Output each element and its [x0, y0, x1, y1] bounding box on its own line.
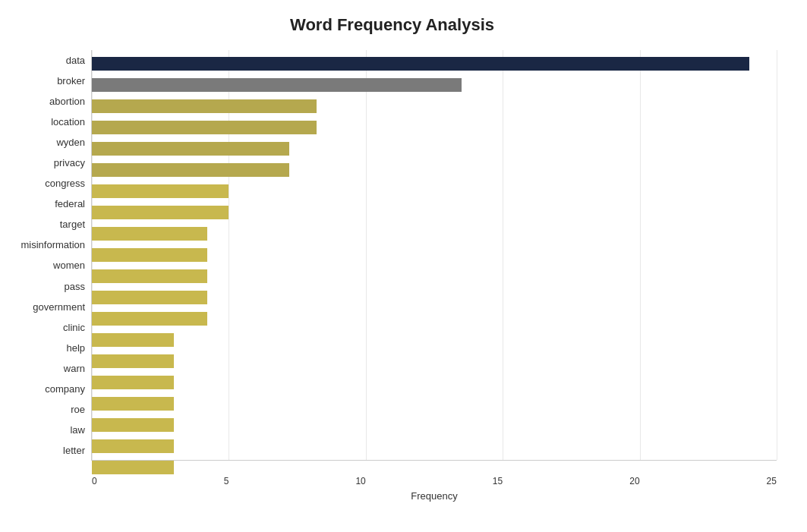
bar-row — [92, 159, 777, 181]
y-label-pass: pass — [65, 276, 85, 297]
y-label-roe: roe — [71, 399, 85, 420]
y-label-clinic: clinic — [63, 317, 85, 338]
bar-women — [92, 269, 207, 283]
bar-wyden — [92, 142, 289, 156]
bar-row — [92, 308, 777, 329]
bar-broker — [92, 78, 462, 92]
chart-area: databrokerabortionlocationwydenprivacyco… — [8, 50, 777, 461]
y-label-location: location — [51, 112, 85, 132]
grid-line — [777, 50, 777, 460]
bar-target — [92, 227, 207, 241]
y-label-federal: federal — [55, 194, 85, 214]
bar-row — [92, 244, 777, 266]
bar-misinformation — [92, 248, 207, 262]
bar-row — [92, 329, 777, 351]
y-label-data: data — [66, 50, 85, 71]
y-label-target: target — [60, 214, 85, 235]
bar-row — [92, 436, 777, 457]
bar-row — [92, 266, 777, 287]
bar-help — [92, 354, 174, 368]
y-label-misinformation: misinformation — [20, 235, 85, 255]
bar-row — [92, 74, 777, 96]
plot-area: 0510152025 Frequency — [91, 50, 777, 461]
bar-company — [92, 397, 174, 411]
bar-row — [92, 96, 777, 117]
bar-roe — [92, 418, 174, 432]
bar-warn — [92, 376, 174, 389]
y-label-wyden: wyden — [56, 132, 85, 153]
bar-row — [92, 393, 777, 414]
bar-row — [92, 351, 777, 372]
y-label-company: company — [45, 379, 85, 399]
y-label-broker: broker — [57, 71, 85, 91]
bar-government — [92, 312, 207, 326]
y-axis: databrokerabortionlocationwydenprivacyco… — [8, 50, 91, 461]
bar-law — [92, 439, 174, 453]
bar-location — [92, 121, 317, 134]
bar-abortion — [92, 99, 317, 113]
bar-data — [92, 57, 749, 71]
bar-row — [92, 287, 777, 308]
bar-row — [92, 138, 777, 159]
bar-row — [92, 202, 777, 223]
y-label-warn: warn — [64, 358, 85, 379]
y-label-women: women — [53, 255, 85, 275]
bar-row — [92, 372, 777, 393]
y-label-abortion: abortion — [49, 91, 85, 112]
y-label-government: government — [33, 297, 85, 317]
bar-row — [92, 53, 777, 74]
y-label-congress: congress — [45, 173, 85, 194]
bar-row — [92, 181, 777, 202]
y-label-privacy: privacy — [54, 153, 85, 173]
bar-row — [92, 223, 777, 244]
chart-title: Word Frequency Analysis — [8, 15, 777, 35]
bar-federal — [92, 206, 229, 219]
x-axis-label: Frequency — [92, 490, 777, 502]
bar-congress — [92, 184, 229, 198]
bar-row — [92, 414, 777, 436]
bar-row — [92, 457, 777, 478]
bars-area — [92, 50, 777, 481]
bar-letter — [92, 461, 174, 474]
bar-row — [92, 117, 777, 138]
y-label-law: law — [70, 420, 85, 440]
y-label-letter: letter — [63, 440, 85, 461]
y-label-help: help — [66, 338, 85, 358]
bar-clinic — [92, 333, 174, 347]
chart-container: Word Frequency Analysis databrokeraborti… — [0, 0, 807, 532]
bar-pass — [92, 291, 207, 304]
bar-privacy — [92, 163, 289, 177]
